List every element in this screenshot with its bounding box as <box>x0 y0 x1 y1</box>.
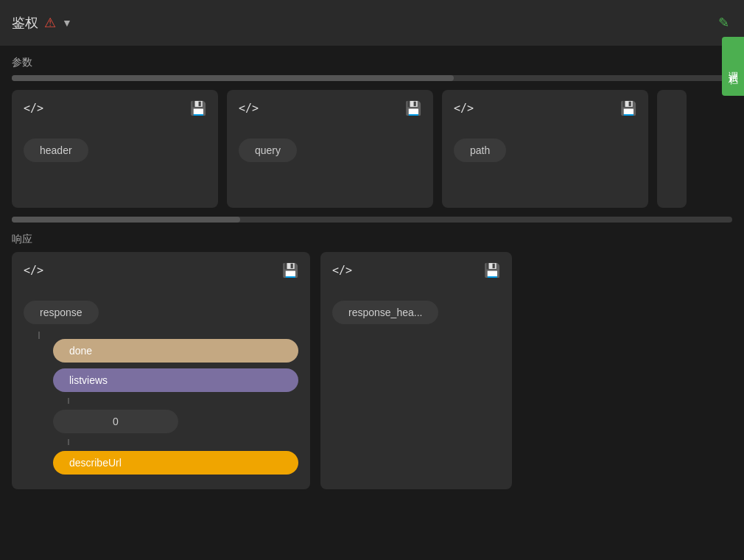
tree-node-listviews: listviews <box>53 368 298 392</box>
save-icon-response1[interactable]: 💾 <box>282 262 298 279</box>
params-section-label: 参数 <box>12 56 732 69</box>
code-icon-path: </> <box>454 102 474 115</box>
card-top-row-response2: </> 💾 <box>332 262 500 279</box>
params-scrollbar[interactable] <box>12 75 732 81</box>
save-icon-path[interactable]: 💾 <box>620 100 636 116</box>
tree-root-response: response <box>24 301 99 324</box>
top-bar-title: 鉴权 ⚠ ▼ <box>12 14 72 32</box>
connector-line <box>38 332 40 339</box>
param-card-query: </> 💾 query <box>227 90 433 208</box>
save-icon-response2[interactable]: 💾 <box>484 262 500 279</box>
right-sidebar-tab[interactable]: 调试栏 <box>722 37 744 96</box>
connector-line3 <box>68 439 69 445</box>
response-cards-row: </> 💾 response done listviews 0 <box>12 252 732 489</box>
response-card-1: </> 💾 response done listviews 0 <box>12 252 310 489</box>
params-scroll-thumb <box>12 75 454 81</box>
main-content: 参数 </> 💾 header </> 💾 query </> 💾 <box>0 46 744 489</box>
card-badge-path: path <box>454 139 506 162</box>
card-top-row-path: </> 💾 <box>454 100 636 116</box>
warning-icon: ⚠ <box>44 15 56 31</box>
code-icon-query: </> <box>239 102 259 115</box>
params-scrollbar2[interactable] <box>12 217 732 223</box>
connector-line2 <box>68 398 69 404</box>
card-badge-header: header <box>24 139 88 162</box>
card-badge-query: query <box>239 139 297 162</box>
response-tree: response done listviews 0 describeUrl <box>24 301 298 475</box>
tree-node-zero: 0 <box>53 410 178 433</box>
chevron-down-icon[interactable]: ▼ <box>62 17 72 29</box>
code-icon-response2: </> <box>332 264 352 277</box>
params-cards-row: </> 💾 header </> 💾 query </> 💾 path <box>12 90 732 208</box>
response-section-label: 响应 <box>12 233 732 246</box>
params-scroll-thumb2 <box>12 217 240 223</box>
response-card-2: </> 💾 response_hea... <box>320 252 512 489</box>
tree-node-done: done <box>53 339 298 363</box>
edit-icon[interactable]: ✎ <box>718 15 729 31</box>
code-icon-response1: </> <box>24 264 43 277</box>
card-top-row-query: </> 💾 <box>239 100 421 116</box>
param-card-path: </> 💾 path <box>442 90 648 208</box>
param-card-header: </> 💾 header <box>12 90 218 208</box>
tree-node-describe-url: describeUrl <box>53 451 298 475</box>
top-bar: 鉴权 ⚠ ▼ ✎ <box>0 0 744 46</box>
code-icon-header: </> <box>24 102 43 115</box>
save-icon-header[interactable]: 💾 <box>190 100 206 116</box>
card-top-row-response1: </> 💾 <box>24 262 298 279</box>
card-top-row-header: </> 💾 <box>24 100 206 116</box>
param-card-partial <box>657 90 687 208</box>
save-icon-query[interactable]: 💾 <box>405 100 421 116</box>
tree-children: done listviews 0 describeUrl <box>53 339 298 475</box>
card-badge-response2: response_hea... <box>332 301 438 324</box>
title-text: 鉴权 <box>12 14 38 32</box>
